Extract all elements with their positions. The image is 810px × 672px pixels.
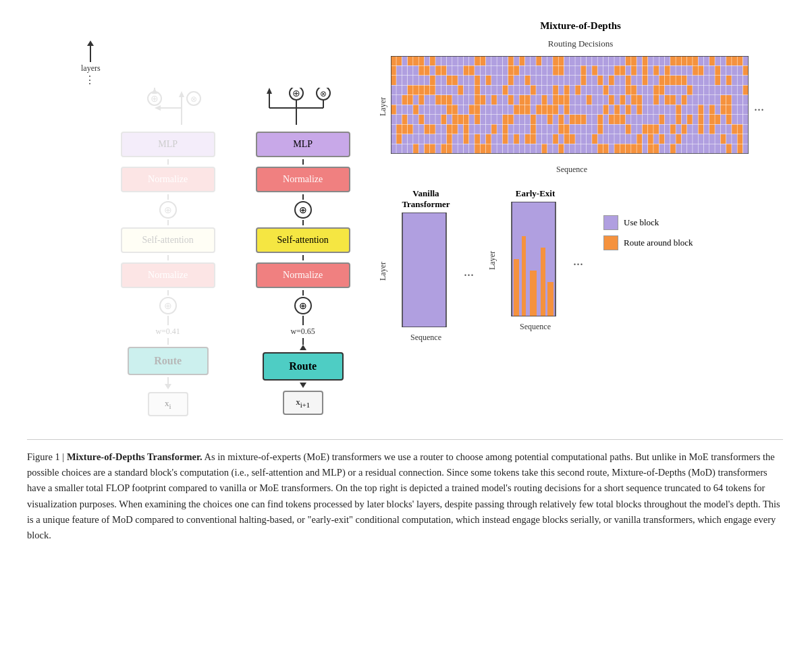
- active-input-label: xi+1: [296, 397, 310, 409]
- vanilla-transformer-chart: VanillaTransformer Layer ... Sequence: [378, 188, 474, 343]
- svg-marker-18: [267, 88, 272, 94]
- svg-marker-7: [152, 88, 157, 94]
- active-normalize1-block: Normalize: [256, 167, 350, 192]
- legend-route-around: Route around block: [603, 235, 693, 250]
- ghost-weight: w=0.41: [155, 327, 180, 337]
- active-diagram: ⊗ ⊕ MLP Normalize ⊕ Self-att: [249, 88, 357, 419]
- svg-marker-1: [179, 91, 184, 97]
- ghost-input-label: xi: [165, 398, 171, 410]
- vanilla-chart-area: Layer ...: [378, 213, 474, 330]
- legend-route-around-label: Route around block: [624, 237, 693, 248]
- vanilla-dots: ...: [464, 264, 474, 279]
- ghost-input-box: xi: [148, 392, 188, 416]
- active-normalize2-block: Normalize: [256, 262, 350, 288]
- mod-title: Mixture-of-Depths: [378, 20, 783, 32]
- svg-text:⊗: ⊗: [190, 94, 197, 104]
- early-exit-dots: ...: [573, 253, 583, 269]
- vanilla-title: VanillaTransformer: [402, 188, 450, 210]
- comparison-row: VanillaTransformer Layer ... Sequence Ea…: [378, 188, 783, 343]
- early-exit-title: Early-Exit: [516, 188, 556, 199]
- routing-seq-label-container: Sequence: [378, 163, 783, 175]
- mod-charts: Mixture-of-Depths Routing Decisions Laye…: [378, 20, 783, 343]
- ghost-top-arrows: ⊕ ⊗: [121, 88, 215, 128]
- active-plus2: ⊕: [294, 297, 312, 314]
- active-weight: w=0.65: [290, 327, 315, 337]
- ghost-diagram: ⊕ ⊗ MLP Normalize ⊕ Self-attention: [114, 88, 222, 419]
- vanilla-canvas: [392, 213, 460, 327]
- early-exit-chart: Early-Exit Layer ... Sequence: [487, 188, 583, 332]
- svg-text:⊕: ⊕: [151, 94, 159, 104]
- legend: Use block Route around block: [603, 215, 693, 250]
- active-mlp-block: MLP: [256, 132, 350, 157]
- ghost-mlp-block: MLP: [121, 132, 215, 157]
- legend-use-block-color: [603, 215, 618, 230]
- early-exit-seq-label: Sequence: [520, 322, 551, 332]
- active-top-arrows: ⊗ ⊕: [249, 88, 357, 128]
- nn-diagrams: layers ⋮ ⊕: [27, 20, 358, 419]
- vanilla-layer-label: Layer: [378, 262, 388, 281]
- caption-prefix: Figure 1 |: [27, 451, 67, 462]
- layers-dots: ⋮: [84, 74, 97, 86]
- active-plus1: ⊕: [294, 201, 312, 219]
- legend-use-block: Use block: [603, 215, 693, 230]
- early-exit-bar: [502, 202, 569, 319]
- routing-canvas: [391, 56, 749, 154]
- routing-heatmap: [391, 56, 749, 157]
- ghost-selfattn-block: Self-attention: [121, 227, 215, 253]
- active-input-box: xi+1: [283, 391, 323, 415]
- early-exit-chart-area: Layer ...: [487, 202, 583, 319]
- caption-bold: Mixture-of-Depths Transformer.: [67, 451, 202, 462]
- legend-route-around-color: [603, 235, 618, 250]
- ghost-plus1: ⊕: [159, 201, 177, 219]
- vanilla-bar: [392, 213, 460, 330]
- vanilla-seq-label: Sequence: [410, 333, 441, 343]
- active-route-block: Route: [263, 352, 344, 381]
- ghost-normalize1-block: Normalize: [121, 167, 215, 192]
- svg-text:⊕: ⊕: [292, 88, 300, 99]
- early-exit-canvas: [502, 202, 569, 316]
- layer-axis-label: Layer: [378, 97, 388, 116]
- layers-label: layers: [81, 63, 101, 74]
- svg-marker-3: [155, 105, 161, 111]
- svg-text:⊗: ⊗: [320, 89, 327, 99]
- diagrams-row: layers ⋮ ⊕: [27, 13, 783, 426]
- ghost-plus2: ⊕: [159, 297, 177, 314]
- ghost-normalize2-block: Normalize: [121, 262, 215, 288]
- figure-container: layers ⋮ ⊕: [27, 13, 783, 543]
- routing-seq-label: Sequence: [393, 165, 751, 175]
- early-exit-layer-label: Layer: [487, 251, 497, 270]
- routing-heatmap-row: Layer ...: [378, 56, 783, 157]
- caption-text: As in mixture-of-experts (MoE) transform…: [27, 451, 780, 540]
- active-selfattn-block: Self-attention: [256, 227, 350, 253]
- routing-label: Routing Decisions: [378, 38, 783, 49]
- routing-dots: ...: [751, 99, 764, 114]
- legend-use-block-label: Use block: [624, 217, 659, 228]
- ghost-route-block: Route: [128, 347, 209, 375]
- figure-caption: Figure 1 | Mixture-of-Depths Transformer…: [27, 439, 783, 543]
